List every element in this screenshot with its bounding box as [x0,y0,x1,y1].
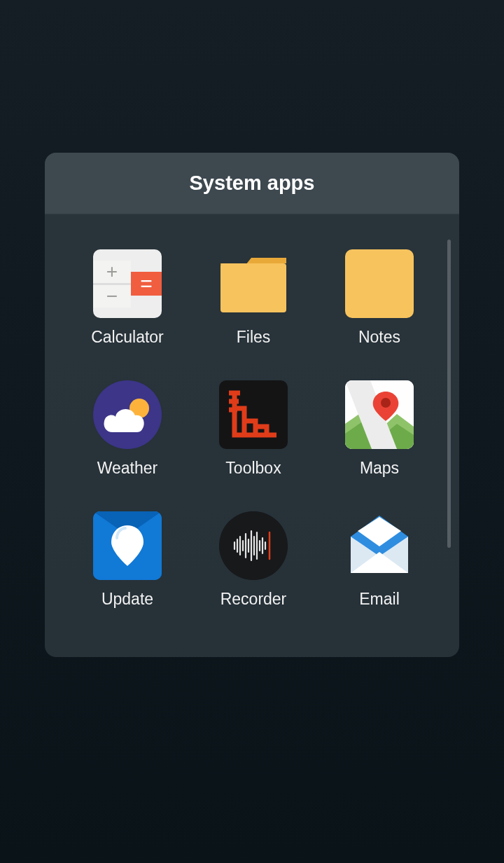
app-label: Files [237,328,271,347]
folder-content: +− = Calculator Files [45,214,459,657]
folder-header: System apps [45,153,459,214]
app-label: Notes [358,328,400,347]
recorder-icon [219,511,288,580]
email-icon [345,511,414,580]
files-icon [219,249,288,318]
calculator-icon: +− = [93,249,162,318]
app-notes[interactable]: Notes [323,249,435,347]
app-email[interactable]: Email [323,511,435,609]
app-label: Recorder [220,590,287,609]
app-label: Update [102,590,153,609]
notes-icon [345,249,414,318]
app-maps[interactable]: Maps [323,380,435,478]
app-toolbox[interactable]: Toolbox [197,380,309,478]
app-label: Calculator [91,328,164,347]
weather-icon [93,380,162,449]
svg-rect-0 [220,263,286,312]
app-grid: +− = Calculator Files [71,249,435,609]
toolbox-icon [219,380,288,449]
app-label: Email [359,590,400,609]
maps-icon [345,380,414,449]
app-label: Maps [360,459,399,478]
app-calculator[interactable]: +− = Calculator [71,249,183,347]
app-label: Toolbox [225,459,281,478]
scrollbar[interactable] [447,240,451,548]
update-icon [93,511,162,580]
app-recorder[interactable]: Recorder [197,511,309,609]
app-label: Weather [97,459,158,478]
svg-point-5 [381,398,391,408]
folder-title[interactable]: System apps [190,172,315,195]
app-update[interactable]: Update [71,511,183,609]
app-folder-panel: System apps +− = Calculator File [45,153,459,657]
app-weather[interactable]: Weather [71,380,183,478]
app-files[interactable]: Files [197,249,309,347]
